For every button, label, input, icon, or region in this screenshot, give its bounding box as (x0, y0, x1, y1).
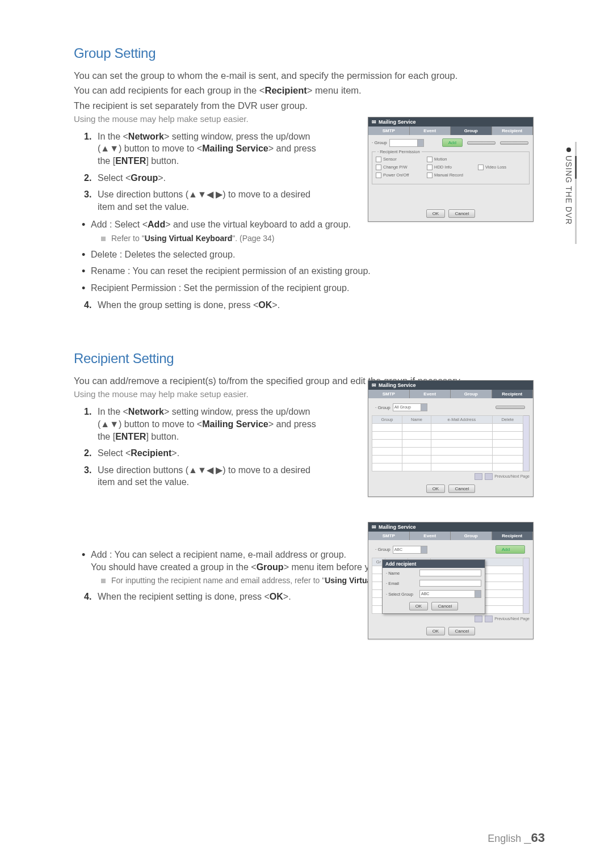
modal-ok-button[interactable]: OK (409, 602, 429, 610)
page-footer: English _63 (488, 831, 545, 845)
tab-event-2[interactable]: Event (410, 390, 451, 398)
group-step-4: 4.When the group setting is done, press … (84, 299, 322, 311)
permission-legend: · Recipient Permission (376, 149, 422, 154)
prev-page-button[interactable] (475, 473, 482, 480)
next-page-button-3[interactable] (485, 616, 493, 622)
perm-manrec[interactable]: Manual Record (427, 172, 475, 178)
col-delete: Delete (492, 416, 523, 424)
perm-power[interactable]: Power On/Off (376, 172, 423, 178)
modal-group-label: · Select Group (386, 592, 417, 597)
tab-smtp[interactable]: SMTP (368, 127, 410, 135)
modal-email-input[interactable] (419, 580, 481, 587)
recipient-step-4: 4.When the recipient setting is done, pr… (84, 591, 322, 603)
modal-email-label: · Email (386, 581, 417, 586)
modal-title: Add recipient (383, 560, 485, 568)
ui-window-title-3: Mailing Service (368, 523, 533, 532)
table-row[interactable] (372, 456, 530, 464)
group-step-1: 1.In the <Network> setting window, press… (84, 130, 322, 167)
scrollbar[interactable] (523, 416, 530, 471)
ui-recipient-window: Mailing Service SMTP Event Group Recipie… (368, 380, 534, 497)
ok-button-3[interactable]: OK (426, 627, 446, 635)
ui-tabs: SMTP Event Group Recipient (368, 127, 533, 135)
add-button[interactable]: Add (442, 138, 463, 147)
group-step-3: 3.Use direction buttons (▲▼◀ ▶) to move … (84, 188, 322, 213)
recipient-step-2: 2.Select <Recipient>. (84, 447, 322, 460)
group-intro-3: The recipient is set separately from the… (74, 99, 545, 112)
group-dropdown-2[interactable]: All Group (393, 403, 427, 411)
col-email: e-Mail Address (431, 416, 492, 424)
tab-smtp-3[interactable]: SMTP (368, 532, 410, 540)
cancel-button[interactable]: Cancel (448, 209, 475, 218)
tab-smtp-2[interactable]: SMTP (368, 390, 410, 398)
group-bullets: Add : Select <Add> and use the virtual k… (82, 218, 545, 294)
group-bullet-rename: Rename : You can reset the recipient per… (82, 265, 545, 277)
group-bullet-add-note: Refer to "Using Virtual Keyboard". (Page… (101, 233, 545, 244)
group-step-2: 2.Select <Group>. (84, 172, 322, 184)
group-bullet-permission: Recipient Permission : Set the permissio… (82, 282, 545, 294)
ok-button-2[interactable]: OK (426, 484, 446, 493)
add-recipient-modal: Add recipient · Name · Email · Select Gr… (382, 559, 485, 614)
tab-recipient-3[interactable]: Recipient (492, 532, 534, 540)
ok-button[interactable]: OK (426, 209, 446, 218)
recipient-step-4-wrap: 4.When the recipient setting is done, pr… (84, 591, 322, 603)
group-bullet-add: Add : Select <Add> and use the virtual k… (82, 218, 545, 243)
group-bullet-delete: Delete : Deletes the selected group. (82, 248, 545, 261)
table-row[interactable] (372, 432, 530, 440)
perm-videoloss[interactable]: Video Loss (478, 165, 526, 170)
scrollbar-3[interactable] (523, 558, 530, 614)
ui-window-title-2: Mailing Service (368, 381, 533, 390)
table-row[interactable] (372, 440, 530, 448)
recipient-step-3: 3.Use direction buttons (▲▼◀ ▶) to move … (84, 464, 322, 488)
pager: Previous/Next Page (372, 473, 530, 480)
group-steps: 1.In the <Network> setting window, press… (84, 130, 322, 213)
modal-name-label: · Name (386, 571, 417, 576)
permission-fieldset: · Recipient Permission Sensor Motion Cha… (372, 149, 530, 184)
group-step-4-wrap: 4.When the group setting is done, press … (84, 299, 322, 311)
recipient-table: Group Name e-Mail Address Delete (372, 415, 530, 471)
recipient-setting-heading: Recipient Setting (74, 351, 545, 366)
tab-event[interactable]: Event (410, 127, 451, 135)
perm-hdd[interactable]: HDD Info (427, 165, 475, 170)
ui-group-window: Mailing Service SMTP Event Group Recipie… (368, 117, 534, 222)
side-tab: USING THE DVR (564, 148, 573, 225)
ui-recipient-add-window: Mailing Service SMTP Event Group Recipie… (368, 522, 534, 639)
group-intro-1: You can set the group to whom the e-mail… (74, 69, 545, 82)
group-label-2: · Group (375, 405, 391, 410)
table-row[interactable] (372, 464, 530, 471)
group-label: · Group (372, 140, 387, 145)
cancel-button-3[interactable]: Cancel (448, 627, 475, 635)
modal-group-dropdown[interactable]: ABC (419, 590, 481, 598)
ui-window-title: Mailing Service (368, 117, 533, 127)
perm-sensor[interactable]: Sensor (376, 157, 423, 162)
side-tab-indicator (575, 142, 577, 244)
tab-group-2[interactable]: Group (451, 390, 492, 398)
group-label-3: · Group (375, 547, 391, 552)
next-page-button[interactable] (485, 473, 493, 480)
add-button-3[interactable]: Add (496, 545, 525, 554)
recipient-steps: 1.In the <Network> setting window, press… (84, 406, 322, 488)
perm-motion[interactable]: Motion (427, 157, 475, 162)
prev-page-button-3[interactable] (475, 616, 482, 622)
tab-event-3[interactable]: Event (410, 532, 451, 540)
group-intro-2: You can add recipients for each group in… (74, 84, 545, 96)
modal-cancel-button[interactable]: Cancel (431, 602, 458, 610)
group-setting-heading: Group Setting (74, 45, 545, 61)
table-row[interactable] (372, 424, 530, 432)
tab-recipient[interactable]: Recipient (492, 127, 534, 135)
modal-name-input[interactable] (419, 570, 481, 576)
tab-recipient-2[interactable]: Recipient (492, 390, 534, 398)
tab-group[interactable]: Group (451, 127, 492, 135)
group-dropdown-3[interactable]: ABC (393, 546, 427, 554)
col-group: Group (372, 416, 402, 424)
tab-group-3[interactable]: Group (451, 532, 492, 540)
rename-button[interactable] (500, 141, 528, 145)
table-row[interactable] (372, 448, 530, 456)
cancel-button-2[interactable]: Cancel (448, 484, 475, 493)
col-name: Name (402, 416, 431, 424)
recipient-step-1: 1.In the <Network> setting window, press… (84, 406, 322, 443)
perm-changepw[interactable]: Change P/W (376, 165, 423, 170)
group-dropdown[interactable] (389, 139, 424, 147)
add-button-2[interactable] (496, 406, 525, 409)
delete-button[interactable] (467, 141, 496, 145)
